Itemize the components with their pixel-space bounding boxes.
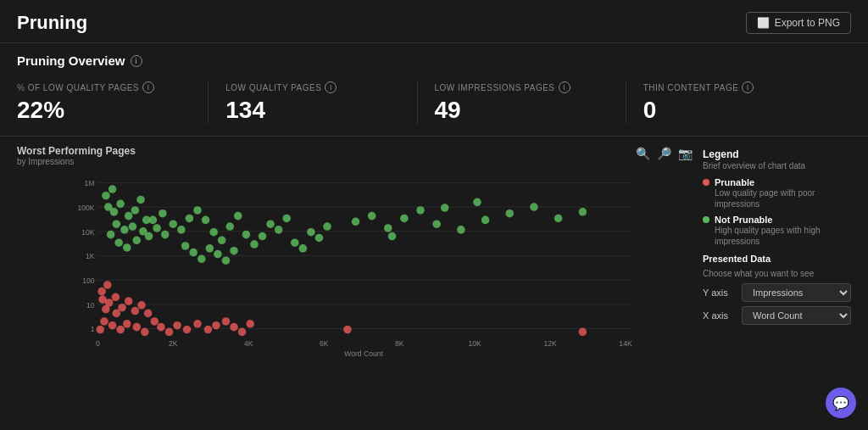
svg-point-107	[204, 326, 213, 334]
svg-point-53	[250, 240, 259, 249]
metric-thin-content: THIN CONTENT PAGE i 0	[643, 81, 834, 124]
svg-point-109	[222, 317, 231, 326]
svg-point-113	[102, 305, 110, 314]
svg-point-55	[266, 220, 275, 228]
scatter-svg: 1M 100K 10K 1K 100 10 1 0 2K 4K 6K	[17, 171, 694, 358]
svg-point-100	[141, 328, 149, 337]
svg-point-44	[177, 226, 186, 234]
export-button[interactable]: ⬜ Export to PNG	[746, 12, 851, 34]
metric-low-quality-pages: LOW QUALITY PAGES i 134	[225, 81, 417, 124]
svg-text:8K: 8K	[395, 339, 404, 348]
not-prunable-label: Not Prunable	[715, 215, 851, 225]
legend-item-prunable: Prunable Low quality page with poor impr…	[703, 177, 851, 209]
svg-point-94	[144, 310, 153, 318]
svg-point-69	[230, 247, 238, 255]
svg-point-78	[457, 226, 465, 234]
overview-info-icon[interactable]: i	[131, 55, 142, 67]
svg-point-39	[114, 238, 123, 247]
svg-point-110	[230, 323, 238, 332]
svg-point-112	[246, 320, 254, 328]
svg-point-89	[112, 293, 120, 301]
svg-text:1K: 1K	[86, 252, 95, 260]
svg-text:2K: 2K	[169, 339, 178, 348]
svg-point-80	[505, 209, 514, 218]
metric-info-icon-0[interactable]: i	[142, 81, 154, 93]
y-axis-select[interactable]: Impressions Clicks CTR	[742, 283, 851, 302]
svg-text:10: 10	[86, 301, 95, 310]
svg-point-37	[145, 232, 153, 241]
metric-low-quality-pct: % OF LOW QUALITY PAGES i 22%	[17, 81, 209, 124]
svg-point-25	[116, 199, 125, 208]
svg-text:100K: 100K	[77, 204, 94, 212]
svg-text:4K: 4K	[244, 339, 253, 348]
metric-label-0: % OF LOW QUALITY PAGES i	[17, 81, 191, 93]
svg-point-86	[388, 232, 397, 241]
svg-text:100: 100	[82, 276, 95, 285]
svg-point-73	[368, 212, 376, 221]
svg-point-61	[315, 234, 324, 243]
svg-point-81	[530, 203, 538, 211]
x-axis-label: X axis	[703, 310, 737, 321]
svg-point-83	[579, 208, 587, 216]
svg-point-38	[153, 224, 161, 232]
svg-text:0: 0	[96, 339, 100, 348]
svg-point-62	[323, 222, 331, 231]
svg-text:10K: 10K	[468, 339, 481, 348]
svg-point-32	[107, 231, 115, 239]
svg-point-58	[291, 238, 299, 247]
svg-text:12K: 12K	[543, 339, 557, 348]
svg-point-108	[212, 321, 220, 330]
svg-point-49	[218, 237, 226, 245]
svg-point-45	[186, 215, 194, 223]
metrics-bar: % OF LOW QUALITY PAGES i 22% LOW QUALITY…	[0, 75, 868, 137]
svg-point-27	[131, 206, 140, 215]
y-axis-label: Y axis	[703, 288, 737, 298]
metric-info-icon-2[interactable]: i	[559, 81, 570, 93]
svg-point-99	[132, 323, 141, 332]
svg-point-33	[129, 222, 137, 231]
chart-subtitle: by Impressions	[17, 157, 136, 166]
svg-point-111	[238, 328, 247, 337]
zoom-in-button[interactable]: 🔍	[634, 145, 652, 162]
svg-point-92	[131, 307, 140, 316]
svg-point-102	[157, 323, 165, 332]
download-chart-button[interactable]: 📷	[676, 145, 694, 162]
legend-subtitle: Brief overview of chart data	[703, 161, 851, 170]
svg-point-75	[400, 215, 409, 223]
svg-point-36	[159, 209, 167, 218]
not-prunable-desc: High quality pages with high impressions	[715, 225, 851, 247]
svg-point-76	[416, 206, 425, 215]
svg-point-35	[149, 216, 158, 225]
svg-point-93	[137, 301, 146, 310]
svg-point-115	[96, 326, 104, 334]
svg-point-50	[225, 222, 234, 231]
prunable-label: Prunable	[715, 177, 851, 187]
metric-value-3: 0	[643, 97, 817, 124]
chart-controls: 🔍 🔎 📷	[634, 145, 694, 162]
legend-item-not-prunable: Not Prunable High quality pages with hig…	[703, 215, 851, 247]
svg-point-57	[282, 215, 291, 223]
svg-point-84	[441, 204, 449, 212]
scatter-plot: 1M 100K 10K 1K 100 10 1 0 2K 4K 6K	[17, 171, 694, 358]
svg-text:1M: 1M	[85, 179, 95, 187]
presented-data-title: Presented Data	[703, 254, 851, 264]
x-axis-select[interactable]: Word Count Page Length Links	[742, 306, 851, 325]
export-label: Export to PNG	[775, 17, 840, 29]
metric-info-icon-1[interactable]: i	[325, 81, 337, 93]
zoom-out-button[interactable]: 🔎	[655, 145, 673, 162]
svg-point-46	[193, 206, 202, 215]
svg-point-95	[100, 317, 108, 326]
svg-point-48	[209, 228, 218, 237]
svg-point-105	[183, 326, 192, 334]
scatter-chart-container: Worst Performing Pages by Impressions 🔍 …	[17, 145, 694, 358]
metric-low-impressions: LOW IMPRESSIONS PAGES i 49	[435, 81, 626, 124]
svg-point-79	[481, 216, 490, 225]
export-icon: ⬜	[757, 17, 770, 29]
metric-info-icon-3[interactable]: i	[742, 81, 754, 93]
overview-section-title: Pruning Overview i	[0, 43, 868, 75]
svg-point-42	[161, 231, 170, 239]
x-axis-selector-row: X axis Word Count Page Length Links	[703, 306, 851, 325]
svg-point-71	[108, 185, 117, 193]
chat-bubble[interactable]: 💬	[826, 388, 856, 418]
svg-text:6K: 6K	[320, 339, 329, 348]
